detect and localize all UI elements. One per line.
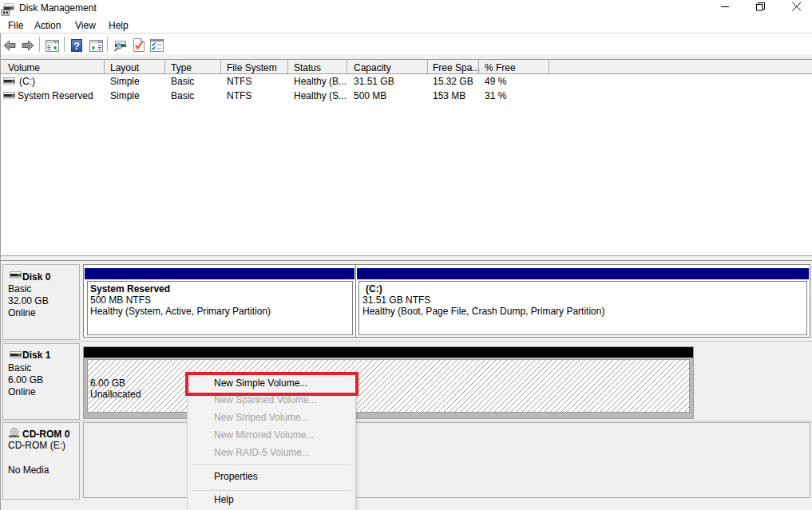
svg-text:?: ? — [73, 40, 80, 52]
